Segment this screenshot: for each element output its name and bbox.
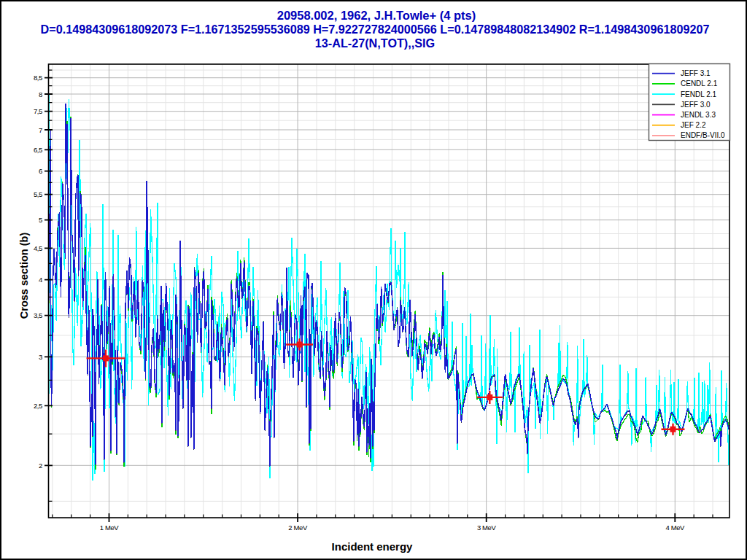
svg-text:JEF 2.2: JEF 2.2 xyxy=(681,121,706,129)
svg-text:3: 3 xyxy=(39,353,42,361)
svg-text:2,5: 2,5 xyxy=(34,402,42,410)
svg-text:JENDL 3.3: JENDL 3.3 xyxy=(681,111,716,119)
svg-text:5: 5 xyxy=(39,216,42,224)
svg-text:8: 8 xyxy=(39,90,42,98)
svg-text:13-AL-27(N,TOT),,SIG: 13-AL-27(N,TOT),,SIG xyxy=(315,36,435,50)
svg-text:3,5: 3,5 xyxy=(34,311,42,319)
svg-text:4 MeV: 4 MeV xyxy=(666,524,686,532)
svg-text:20958.002, 1962, J.H.Towle+ (4: 20958.002, 1962, J.H.Towle+ (4 pts) xyxy=(277,9,476,22)
svg-text:CENDL 2.1: CENDL 2.1 xyxy=(681,79,718,88)
svg-text:2 MeV: 2 MeV xyxy=(288,524,308,532)
svg-text:JEFF 3.1: JEFF 3.1 xyxy=(681,69,711,77)
svg-text:JEFF 3.0: JEFF 3.0 xyxy=(681,101,711,109)
svg-text:3 MeV: 3 MeV xyxy=(477,524,497,532)
svg-text:Cross section (b): Cross section (b) xyxy=(18,233,30,319)
svg-text:D=0.14984309618092073 F=1.1671: D=0.14984309618092073 F=1.16713525955360… xyxy=(41,23,710,36)
svg-text:6: 6 xyxy=(39,167,42,175)
svg-text:4,5: 4,5 xyxy=(34,244,42,252)
svg-text:FENDL 2.1: FENDL 2.1 xyxy=(681,90,717,98)
svg-text:5,5: 5,5 xyxy=(34,190,42,198)
svg-text:Incident energy: Incident energy xyxy=(332,540,414,553)
svg-text:1 MeV: 1 MeV xyxy=(100,524,120,532)
svg-text:8,5: 8,5 xyxy=(34,74,42,82)
svg-text:6,5: 6,5 xyxy=(34,146,42,154)
svg-text:4: 4 xyxy=(39,276,42,284)
svg-text:7,5: 7,5 xyxy=(34,107,42,115)
svg-text:2: 2 xyxy=(39,462,42,470)
svg-text:7: 7 xyxy=(39,126,42,134)
svg-text:ENDF/B-VII.0: ENDF/B-VII.0 xyxy=(681,131,725,139)
